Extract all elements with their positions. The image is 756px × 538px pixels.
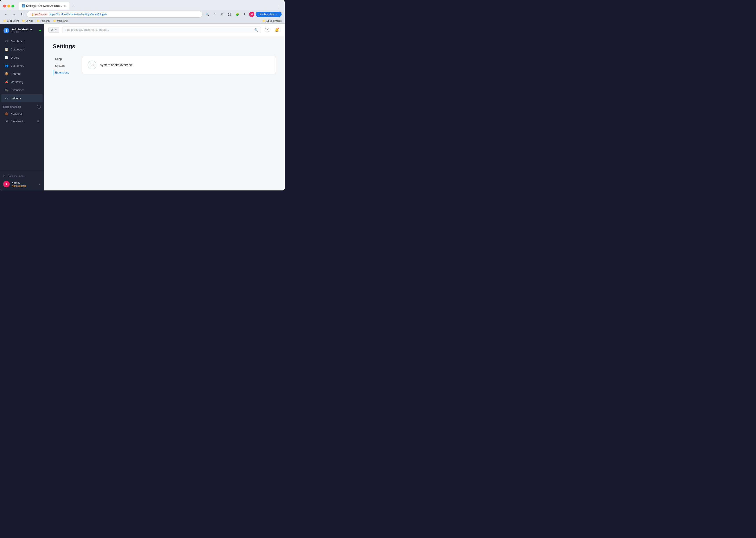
search-placeholder-text: Find products, customers, orders... (65, 28, 109, 31)
sidebar-item-catalogues[interactable]: 📋 Catalogues (1, 45, 43, 53)
catalogues-icon: 📋 (4, 47, 8, 51)
sidebar-item-label: Orders (11, 56, 19, 59)
customers-icon: 👥 (4, 64, 8, 68)
profile-avatar[interactable]: M (249, 12, 254, 17)
sidebar-item-label: Catalogues (11, 48, 25, 51)
bookmark-icon[interactable]: ☆ (212, 11, 218, 17)
shopware-logo: S (4, 27, 9, 33)
folder-icon: 📁 (22, 19, 25, 22)
extensions-icon[interactable]: 🧩 (234, 11, 240, 17)
folder-icon: 📁 (3, 19, 6, 22)
window-chevron[interactable]: ⌄ (276, 3, 282, 9)
title-bar: S Settings | Shopware Adminis... ✕ + ⌄ (0, 0, 284, 10)
orders-icon: 📄 (4, 56, 8, 59)
sidebar-item-label: Marketing (11, 80, 23, 83)
lock-icon: 🔒 (31, 13, 34, 16)
sidebar-header: S Administration 6.5.8.6 (0, 24, 44, 36)
eye-icon[interactable]: 👁 (37, 120, 39, 123)
topbar-actions: ? 🔔 (264, 26, 280, 33)
collapse-menu-button[interactable]: ⏱ Collapse menu (3, 173, 41, 179)
settings-nav-system[interactable]: System (53, 63, 77, 69)
traffic-lights (3, 5, 14, 8)
notification-bell-icon[interactable]: 🔔 (273, 26, 280, 33)
tab-close-button[interactable]: ✕ (63, 4, 66, 8)
sidebar-item-dashboard[interactable]: ⏱ Dashboard (1, 37, 43, 45)
all-bookmarks[interactable]: | 📁 All Bookmarks (261, 19, 282, 22)
content-area: Settings Shop System Extensions ⊕ System… (44, 36, 284, 190)
bookmark-marketing[interactable]: 📁 Marketing (53, 19, 67, 22)
bookmarks-separator: | (261, 20, 261, 22)
user-chevron-icon: ∧ (39, 183, 41, 186)
maximize-button[interactable] (11, 5, 14, 8)
sidebar-item-marketing[interactable]: 📣 Marketing (1, 78, 43, 86)
user-role: Administrator (12, 185, 37, 187)
tab-bar: S Settings | Shopware Adminis... ✕ + ⌄ (19, 2, 282, 10)
sidebar-item-headless[interactable]: 💼 Headless (1, 110, 43, 117)
global-search-input[interactable]: Find products, customers, orders... 🔍 (62, 27, 261, 33)
sidebar-item-label: Content (11, 72, 21, 76)
close-button[interactable] (3, 5, 6, 8)
sidebar-item-customers[interactable]: 👥 Customers (1, 62, 43, 70)
minimize-button[interactable] (7, 5, 10, 8)
new-tab-button[interactable]: + (70, 3, 77, 9)
all-bookmarks-label: All Bookmarks (266, 20, 282, 22)
bookmark-personal[interactable]: 📁 Personal (36, 19, 50, 22)
nav-bar: ← → ↻ 🔒 Not Secure https://localhost/adm… (0, 10, 284, 19)
marketing-icon: 📣 (4, 80, 8, 84)
download-icon[interactable]: ⬇ (242, 11, 248, 17)
sidebar-item-label: Extensions (11, 88, 25, 92)
finish-update-dots-icon: ⋯ (276, 13, 279, 16)
sidebar-item-label: Customers (11, 64, 25, 67)
user-avatar: A (3, 181, 10, 188)
browser-tab[interactable]: S Settings | Shopware Adminis... ✕ (19, 2, 69, 10)
user-row[interactable]: A admin Administrator ∧ (3, 179, 41, 188)
system-health-label: System health overview (100, 63, 132, 67)
search-filter-dropdown[interactable]: All ▾ (48, 27, 59, 33)
search-icon: 🔍 (254, 28, 258, 31)
nav-actions: 🔍 ☆ 🛡 🎧 🧩 ⬇ M Finish update ⋯ (204, 11, 282, 17)
add-sales-channel-button[interactable]: + (37, 105, 41, 109)
settings-content: ⊕ System health overview (82, 56, 276, 76)
settings-nav-extensions[interactable]: Extensions (53, 70, 77, 76)
bookmarks-bar: 📁 BFN Event 📁 BFN IT 📁 Personal 📁 Market… (0, 19, 284, 24)
content-icon: 📦 (4, 72, 8, 76)
collapse-clock-icon: ⏱ (3, 175, 6, 178)
online-status-dot (39, 29, 41, 31)
main-content: All ▾ Find products, customers, orders..… (44, 24, 284, 190)
extensions-icon: 🔌 (4, 88, 8, 92)
sidebar-footer: ⏱ Collapse menu A admin Administrator ∧ (0, 171, 44, 190)
bookmark-label: Personal (40, 20, 50, 22)
sidebar-item-extensions[interactable]: 🔌 Extensions (1, 86, 43, 94)
app-content: S Administration 6.5.8.6 ⏱ Dashboard 📋 C… (0, 24, 284, 190)
bookmark-bfn-event[interactable]: 📁 BFN Event (3, 19, 19, 22)
address-bar[interactable]: 🔒 Not Secure https://localhost/admin#/sw… (27, 11, 203, 18)
help-circle: ? (265, 27, 269, 32)
headphones-icon[interactable]: 🎧 (227, 11, 233, 17)
reload-button[interactable]: ↻ (19, 11, 25, 17)
back-button[interactable]: ← (3, 11, 9, 17)
bookmark-bfn-it[interactable]: 📁 BFN IT (22, 19, 33, 22)
forward-button[interactable]: → (11, 11, 17, 17)
notification-badge (278, 27, 279, 29)
sales-channels-section: Sales Channels + (0, 102, 44, 110)
sidebar-item-content[interactable]: 📦 Content (1, 70, 43, 78)
folder-icon: 📁 (36, 19, 39, 22)
not-secure-label: Not Secure (34, 13, 46, 16)
sidebar-item-orders[interactable]: 📄 Orders (1, 54, 43, 61)
sidebar-item-storefront[interactable]: 🖥 Storefront 👁 (1, 117, 43, 125)
sidebar-nav: ⏱ Dashboard 📋 Catalogues 📄 Orders 👥 Cust… (0, 36, 44, 171)
help-icon[interactable]: ? (264, 26, 271, 33)
shield-icon[interactable]: 🛡 (219, 11, 225, 17)
sidebar-logo: S (3, 27, 10, 34)
settings-nav-shop[interactable]: Shop (53, 56, 77, 62)
not-secure-indicator: 🔒 Not Secure (30, 13, 48, 16)
page-title: Settings (53, 43, 276, 50)
collapse-menu-label: Collapse menu (8, 175, 25, 178)
sidebar-item-settings[interactable]: ⚙ Settings (1, 94, 43, 102)
sidebar-sub-label: Storefront (11, 120, 23, 123)
sidebar-item-label: Dashboard (11, 40, 25, 43)
search-nav-icon[interactable]: 🔍 (204, 11, 211, 17)
finish-update-button[interactable]: Finish update ⋯ (256, 12, 282, 17)
sidebar-brand: Administration 6.5.8.6 (12, 27, 32, 33)
system-health-card[interactable]: ⊕ System health overview (82, 56, 276, 74)
